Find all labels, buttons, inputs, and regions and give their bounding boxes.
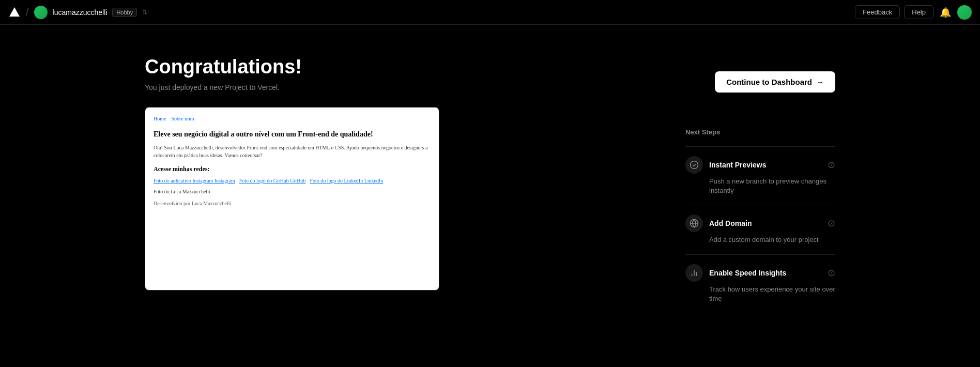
step-header-1: Instant Previews ⊙ <box>685 156 835 174</box>
step-left-1: Instant Previews <box>685 156 767 174</box>
nav-divider: / <box>26 6 29 18</box>
step-title-3: Enable Speed Insights <box>709 269 786 277</box>
preview-content: Home Sobre mim Eleve seu negócio digital… <box>145 108 439 215</box>
feedback-button[interactable]: Feedback <box>855 5 900 19</box>
step-arrow-2[interactable]: ⊙ <box>828 218 835 229</box>
instant-previews-icon <box>685 156 703 174</box>
help-button[interactable]: Help <box>904 5 933 19</box>
preview-body: Olá! Sou Luca Mazzucchelli, desenvolvedo… <box>154 144 431 159</box>
preview-social-links: Foto do aplicativo Instagram Instagram F… <box>154 177 431 185</box>
plan-badge: Hobby <box>112 8 137 17</box>
preview-nav: Home Sobre mim <box>154 115 431 123</box>
preview-heading1: Eleve seu negócio digital a outro nível … <box>154 129 431 140</box>
congratulations-subtitle: You just deployed a new Project to Verce… <box>145 83 654 91</box>
vercel-logo-icon[interactable] <box>8 6 21 19</box>
step-title-2: Add Domain <box>709 219 752 227</box>
step-instant-previews: Instant Previews ⊙ Push a new branch to … <box>685 146 835 205</box>
step-desc-3: Track how users experience your site ove… <box>685 285 835 303</box>
step-desc-1: Push a new branch to preview changes ins… <box>685 177 835 195</box>
congratulations-title: Congratulations! <box>145 56 654 78</box>
topnav-left: / lucamazzucchelli Hobby ⇅ <box>8 6 849 19</box>
step-arrow-1[interactable]: ⊙ <box>828 159 835 171</box>
step-add-domain[interactable]: Add Domain ⊙ Add a custom domain to your… <box>685 205 835 254</box>
preview-github-link[interactable]: Foto do logo do GitHub GitHub <box>239 177 306 185</box>
step-speed-insights[interactable]: Enable Speed Insights ⊙ Track how users … <box>685 254 835 313</box>
svg-point-0 <box>691 161 698 169</box>
continue-dashboard-button[interactable]: Continue to Dashboard → <box>715 71 835 93</box>
chevron-down-icon[interactable]: ⇅ <box>142 9 147 16</box>
speed-insights-icon <box>685 264 703 282</box>
site-preview: Home Sobre mim Eleve seu negócio digital… <box>145 107 439 290</box>
continue-btn-label: Continue to Dashboard <box>726 78 812 86</box>
step-left-3: Enable Speed Insights <box>685 264 786 282</box>
preview-photo-alt: Foto do Luca Mazzucchelli <box>154 188 431 195</box>
next-steps-title: Next Steps <box>685 128 835 136</box>
preview-instagram-link[interactable]: Foto do aplicativo Instagram Instagram <box>154 177 235 185</box>
step-header-3: Enable Speed Insights ⊙ <box>685 264 835 282</box>
topnav-right: Feedback Help 🔔 <box>855 5 972 20</box>
add-domain-icon <box>685 215 703 232</box>
step-left-2: Add Domain <box>685 215 752 232</box>
step-desc-2: Add a custom domain to your project <box>685 235 835 244</box>
user-avatar-small[interactable] <box>957 5 972 20</box>
topnav: / lucamazzucchelli Hobby ⇅ Feedback Help… <box>0 0 980 25</box>
bell-icon[interactable]: 🔔 <box>938 5 953 20</box>
preview-heading2: Acesse minhas redes: <box>154 164 431 174</box>
right-section: Next Steps Instant Previews ⊙ <box>685 56 835 346</box>
step-header-2: Add Domain ⊙ <box>685 215 835 232</box>
left-section: Congratulations! You just deployed a new… <box>145 56 654 346</box>
step-title-1: Instant Previews <box>709 161 767 169</box>
preview-credit: Desenvolvido por Luca Mazzucchelli <box>154 200 431 207</box>
step-arrow-3[interactable]: ⊙ <box>828 267 835 279</box>
nav-username: lucamazzucchelli <box>53 8 108 17</box>
preview-nav-about[interactable]: Sobre mim <box>171 115 194 123</box>
preview-nav-home[interactable]: Home <box>154 115 166 123</box>
preview-linkedin-link[interactable]: Foto do logo do LinkedIn LinkedIn <box>310 177 383 185</box>
user-avatar <box>34 6 48 19</box>
arrow-right-icon: → <box>816 78 824 86</box>
